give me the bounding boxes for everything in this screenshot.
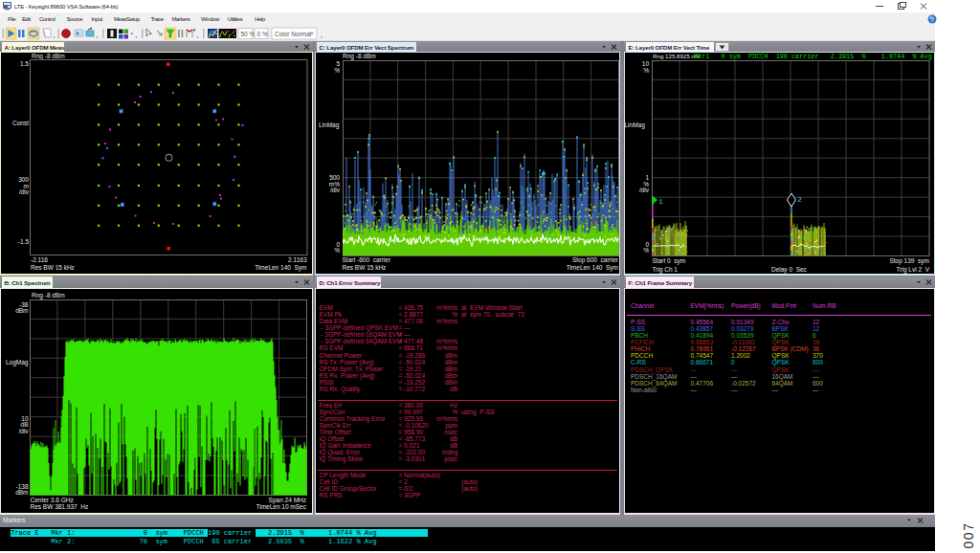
svg-text:1: 1 [658, 197, 663, 206]
svg-text:0 %: 0 % [257, 31, 268, 37]
svg-text:Color Normal: Color Normal [275, 31, 312, 37]
svg-text:2: 2 [797, 195, 802, 204]
svg-text:?: ? [930, 16, 934, 23]
svg-text:50 %: 50 % [241, 31, 256, 37]
